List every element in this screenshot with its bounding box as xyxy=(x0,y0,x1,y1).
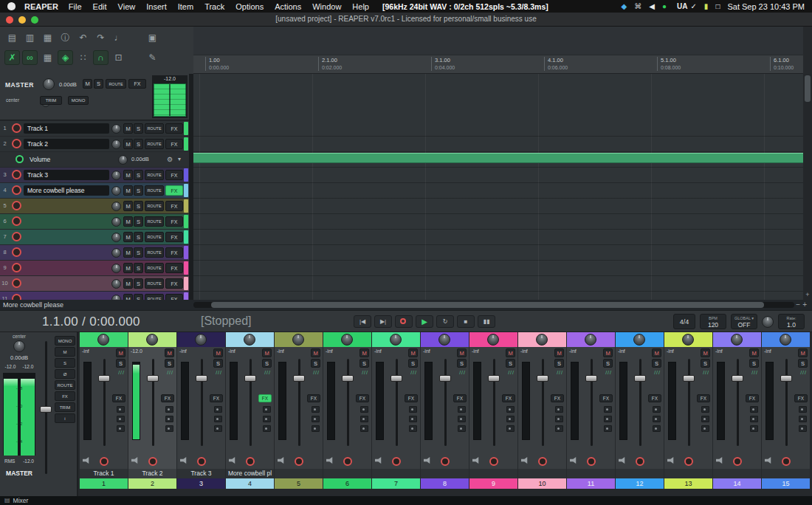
strip-fx-button[interactable]: FX xyxy=(502,394,515,402)
record-button[interactable] xyxy=(395,315,413,328)
strip-fader-cap[interactable] xyxy=(683,375,695,382)
strip-track-name[interactable] xyxy=(713,469,761,478)
track-fx-button[interactable]: FX xyxy=(165,201,183,211)
track-fx-button[interactable]: FX xyxy=(165,294,183,300)
strip-solo-button[interactable]: S xyxy=(749,359,759,368)
mixer-strip[interactable]: -infMS///FX9 xyxy=(469,332,517,489)
strip-track-name[interactable] xyxy=(518,469,566,478)
strip-mute-button[interactable]: M xyxy=(213,348,223,357)
open-project-icon[interactable]: ▥ xyxy=(22,30,38,45)
redo-icon[interactable]: ↷ xyxy=(93,30,109,45)
strip-fader-cap[interactable] xyxy=(196,375,207,382)
track-name-field[interactable]: Track 1 xyxy=(24,123,109,134)
strip-fx-button[interactable]: FX xyxy=(112,394,125,402)
strip-speaker-icon[interactable] xyxy=(765,457,773,464)
mixer-master-volume[interactable]: 0.00dB xyxy=(0,354,38,361)
strip-mute-button[interactable]: M xyxy=(749,348,759,357)
track-row[interactable]: 7MSROUTEFX xyxy=(0,230,189,244)
strip-track-name[interactable] xyxy=(275,469,323,478)
track-route-button[interactable]: ROUTE xyxy=(145,170,164,180)
strip-fader[interactable] xyxy=(196,359,207,446)
envelope-collapse-icon[interactable]: ▾ xyxy=(178,152,181,167)
strip-fader-cap[interactable] xyxy=(390,375,402,382)
ua-status-label[interactable]: UA xyxy=(677,2,687,10)
strip-fader[interactable] xyxy=(780,359,792,446)
bpm-value[interactable]: 120 xyxy=(701,321,726,329)
rate-value[interactable]: 1.0 xyxy=(779,321,804,329)
strip-speaker-icon[interactable] xyxy=(424,457,432,464)
track-pan-knob[interactable] xyxy=(111,248,121,258)
metronome-icon[interactable]: ♩ xyxy=(111,30,126,45)
master-ø-button[interactable]: Ø xyxy=(55,369,75,379)
master-fx-button[interactable]: FX xyxy=(55,391,75,401)
strip-speaker-icon[interactable] xyxy=(570,457,578,464)
zoom-window-button[interactable] xyxy=(31,16,38,24)
track-row[interactable]: 5MSROUTEFX xyxy=(0,199,189,213)
strip-solo-button[interactable]: S xyxy=(408,359,418,368)
strip-env-button[interactable] xyxy=(165,406,173,413)
strip-record-arm-button[interactable] xyxy=(489,457,498,466)
strip-env-button[interactable] xyxy=(165,416,173,422)
strip-solo-button[interactable]: S xyxy=(701,359,710,368)
strip-env-button[interactable] xyxy=(409,425,417,432)
global-automation-box[interactable]: GLOBAL ▾ OFF xyxy=(731,314,757,329)
record-arm-button[interactable] xyxy=(12,247,21,257)
menu-item-app[interactable]: REAPER xyxy=(24,2,58,11)
strip-env-button[interactable] xyxy=(555,406,563,413)
menu-item-actions[interactable]: Actions xyxy=(275,2,301,11)
track-row[interactable]: 1Track 1MSROUTEFX xyxy=(0,121,189,136)
track-route-button[interactable]: ROUTE xyxy=(145,247,164,258)
track-solo-button[interactable]: S xyxy=(134,294,143,300)
strip-mute-button[interactable]: M xyxy=(701,348,710,357)
horizontal-scroll-thumb[interactable] xyxy=(211,302,764,308)
strip-record-arm-button[interactable] xyxy=(197,457,206,466)
strip-solo-button[interactable]: S xyxy=(116,359,125,368)
strip-solo-button[interactable]: S xyxy=(262,359,272,368)
strip-speaker-icon[interactable] xyxy=(180,457,188,464)
strip-track-name[interactable]: Track 3 xyxy=(177,469,225,478)
strip-mute-button[interactable]: M xyxy=(262,348,272,357)
new-project-icon[interactable]: ▤ xyxy=(4,30,20,45)
strip-number-band[interactable]: 3 xyxy=(177,478,225,489)
track-name-field[interactable]: Track 2 xyxy=(24,139,109,149)
master-fader-cap[interactable] xyxy=(40,406,52,413)
strip-env-button[interactable] xyxy=(604,425,612,432)
master-route-button[interactable]: ROUTE xyxy=(106,79,126,89)
go-to-start-button[interactable]: |◀ xyxy=(354,315,371,328)
strip-speaker-icon[interactable] xyxy=(83,457,91,464)
strip-speaker-icon[interactable] xyxy=(472,457,481,464)
call-icon[interactable]: ● xyxy=(662,0,667,13)
menu-item-help[interactable]: Help xyxy=(352,2,369,11)
strip-track-name[interactable]: More cowbell pl xyxy=(226,469,274,478)
strip-env-button[interactable] xyxy=(165,425,173,432)
strip-record-arm-button[interactable] xyxy=(343,457,352,466)
track-mute-button[interactable]: M xyxy=(123,263,133,273)
strip-env-button[interactable] xyxy=(701,425,709,432)
strip-env-button[interactable] xyxy=(506,406,515,413)
zoom-in-button[interactable]: + xyxy=(802,300,809,309)
strip-env-button[interactable] xyxy=(653,406,661,413)
strip-env-button[interactable] xyxy=(555,425,563,432)
strip-mute-button[interactable]: M xyxy=(554,348,564,357)
strip-env-button[interactable] xyxy=(263,416,271,422)
record-arm-button[interactable] xyxy=(12,123,21,133)
strip-fader-cap[interactable] xyxy=(488,375,500,382)
strip-fx-button[interactable]: FX xyxy=(697,394,710,402)
track-row[interactable]: 11MSROUTEFX xyxy=(0,292,189,300)
track-fx-button[interactable]: FX xyxy=(165,247,183,258)
track-fx-button[interactable]: FX xyxy=(165,185,183,196)
track-solo-button[interactable]: S xyxy=(134,123,143,134)
track-row[interactable]: 9MSROUTEFX xyxy=(0,261,189,275)
track-row[interactable]: 10MSROUTEFX xyxy=(0,276,189,291)
ruler-mark[interactable]: 6.1.000:10.000 xyxy=(770,57,794,71)
track-route-button[interactable]: ROUTE xyxy=(145,294,164,300)
track-route-button[interactable]: ROUTE xyxy=(145,216,164,227)
strip-pan-knob[interactable] xyxy=(438,334,450,346)
strip-fx-button[interactable]: FX xyxy=(258,394,272,402)
strip-speaker-icon[interactable] xyxy=(131,457,140,464)
mixer-tab[interactable]: Mixer xyxy=(13,496,29,505)
strip-track-name[interactable] xyxy=(664,469,712,478)
strip-env-button[interactable] xyxy=(409,416,417,422)
track-route-button[interactable]: ROUTE xyxy=(145,232,164,242)
mixer-strip[interactable]: -infMS///FX11 xyxy=(567,332,615,489)
